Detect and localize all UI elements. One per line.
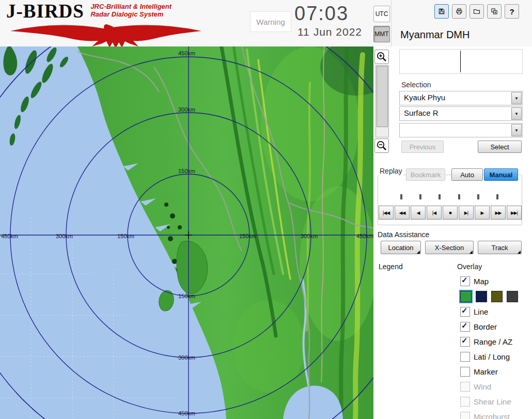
overlay-row-wind: ✓ Wind bbox=[460, 379, 530, 394]
overlay-list: ✓ Map ✓ Line ✓ Border ✓ bbox=[460, 274, 530, 419]
overlay-label-wind: Wind bbox=[474, 382, 491, 391]
zoom-in-button[interactable] bbox=[374, 50, 389, 64]
overlay-row-shear-line: ✓ Shear Line bbox=[460, 394, 530, 409]
open-file-button[interactable] bbox=[470, 4, 484, 19]
product-dropdown[interactable]: Surface R ▼ bbox=[399, 106, 523, 121]
fast-forward-button[interactable]: ▶▶ bbox=[491, 206, 506, 220]
range-label: 450km bbox=[1, 233, 18, 239]
mmt-button[interactable]: MMT bbox=[373, 26, 390, 42]
range-label: 450km bbox=[356, 233, 373, 239]
play-button[interactable]: ▶ bbox=[475, 206, 490, 220]
zoom-slider-thumb[interactable] bbox=[377, 66, 388, 127]
overlay-label-border: Border bbox=[474, 322, 497, 331]
overlay-label-microburst: Microburst bbox=[474, 412, 510, 419]
map-color-swatch-navy[interactable] bbox=[476, 291, 487, 302]
jump-to-start-button[interactable]: |◀◀ bbox=[379, 206, 394, 220]
submenu-corner-icon: ◢ bbox=[417, 250, 420, 254]
previous-button: Previous bbox=[401, 141, 444, 153]
fast-rewind-button[interactable]: ◀◀ bbox=[395, 206, 410, 220]
help-button[interactable]: ? bbox=[505, 4, 519, 19]
jbirds-app: J-BIRDS JRC-Brilliant & Intelligent Rada… bbox=[0, 0, 532, 419]
copy-add-button[interactable] bbox=[487, 4, 502, 19]
timeline-tick bbox=[439, 194, 441, 199]
print-button[interactable] bbox=[452, 4, 466, 19]
overlay-row-range-az: ✓ Range / AZ bbox=[460, 334, 530, 349]
marker-checkbox[interactable]: ✓ bbox=[460, 367, 470, 377]
shear-line-checkbox: ✓ bbox=[460, 397, 470, 407]
app-header: J-BIRDS JRC-Brilliant & Intelligent Rada… bbox=[0, 0, 532, 46]
question-mark-icon: ? bbox=[509, 7, 514, 16]
floppy-disk-icon bbox=[438, 7, 445, 16]
eagle-logo-icon bbox=[7, 21, 209, 46]
zoom-controls bbox=[374, 50, 390, 153]
step-forward-button[interactable]: ▶| bbox=[459, 206, 474, 220]
track-button[interactable]: Track ◢ bbox=[478, 241, 522, 254]
auto-mode-button[interactable]: Auto bbox=[451, 168, 483, 181]
map-color-swatch-olive[interactable] bbox=[491, 291, 503, 302]
station-dropdown[interactable]: Kyauk Phyu ▼ bbox=[399, 91, 523, 105]
overlay-row-marker: ✓ Marker bbox=[460, 364, 530, 379]
copy-plus-icon bbox=[491, 7, 498, 16]
timeline-tick bbox=[400, 194, 402, 199]
wind-checkbox: ✓ bbox=[460, 382, 470, 392]
bookmark-button: Bookmark bbox=[406, 168, 445, 181]
zoom-out-button[interactable] bbox=[374, 138, 389, 153]
selection-label: Selection bbox=[401, 81, 431, 89]
extra-dropdown[interactable]: ▼ bbox=[399, 123, 523, 137]
lati-long-checkbox[interactable]: ✓ bbox=[460, 352, 470, 362]
step-backward-button[interactable]: |◀ bbox=[427, 206, 442, 220]
warning-button[interactable]: Warning bbox=[250, 11, 291, 32]
range-az-checkbox[interactable]: ✓ bbox=[460, 337, 470, 347]
save-button[interactable] bbox=[434, 4, 449, 19]
message-box[interactable] bbox=[399, 49, 523, 74]
radar-map-display[interactable]: 450km 300km 150km 150km 300km 450km 450k… bbox=[0, 46, 373, 419]
utc-button[interactable]: UTC bbox=[373, 6, 390, 22]
product-value: Surface R bbox=[404, 107, 439, 119]
range-label: 150km bbox=[117, 233, 134, 239]
timeline-tick bbox=[477, 194, 479, 199]
main-area: 450km 300km 150km 150km 300km 450km 450k… bbox=[0, 46, 532, 419]
chevron-down-icon[interactable]: ▼ bbox=[511, 124, 522, 136]
overlay-row-lati-long: ✓ Lati / Long bbox=[460, 349, 530, 364]
magnifier-plus-icon bbox=[376, 51, 387, 63]
check-icon: ✓ bbox=[461, 336, 468, 345]
play-backward-button[interactable]: ◀ bbox=[411, 206, 426, 220]
range-label: 150km bbox=[239, 233, 256, 239]
chevron-down-icon[interactable]: ▼ bbox=[511, 107, 522, 120]
map-color-swatch-gray[interactable] bbox=[507, 291, 518, 302]
check-icon: ✓ bbox=[461, 321, 468, 330]
logo-title: J-BIRDS bbox=[6, 1, 84, 22]
range-label: 300km bbox=[178, 354, 195, 361]
logo-subtitle-line2: Radar Dialogic System bbox=[90, 10, 171, 18]
select-button[interactable]: Select bbox=[478, 141, 522, 153]
range-label: 450km bbox=[178, 410, 195, 416]
replay-media-controls: |◀◀ ◀◀ ◀ |◀ ■ ▶| ▶ ▶▶ ▶▶| bbox=[379, 206, 522, 220]
zoom-slider-track[interactable] bbox=[375, 65, 389, 137]
timezone-toggle: UTC MMT bbox=[373, 6, 390, 42]
chevron-down-icon[interactable]: ▼ bbox=[511, 92, 522, 104]
overlay-row-border: ✓ Border bbox=[460, 319, 530, 334]
submenu-corner-icon: ◢ bbox=[518, 250, 521, 254]
track-button-label: Track bbox=[491, 244, 508, 252]
range-label: 150km bbox=[178, 293, 195, 299]
range-label: 300km bbox=[178, 106, 195, 113]
x-section-button[interactable]: X-Section ◢ bbox=[425, 241, 474, 254]
overlay-row-map: ✓ Map bbox=[460, 274, 530, 289]
overlay-row-line: ✓ Line bbox=[460, 304, 530, 319]
stop-button[interactable]: ■ bbox=[443, 206, 458, 220]
overlay-label-marker: Marker bbox=[474, 367, 498, 376]
map-color-swatch-green[interactable] bbox=[460, 291, 472, 302]
overlay-label-shear-line: Shear Line bbox=[474, 397, 511, 406]
line-checkbox[interactable]: ✓ bbox=[460, 307, 470, 317]
range-label: 450km bbox=[178, 50, 195, 56]
jump-to-end-button[interactable]: ▶▶| bbox=[507, 206, 522, 220]
location-button[interactable]: Location ◢ bbox=[381, 241, 421, 254]
map-style-swatches bbox=[460, 289, 530, 304]
map-checkbox[interactable]: ✓ bbox=[460, 276, 470, 286]
overlay-label: Overlay bbox=[457, 262, 482, 271]
folder-icon bbox=[473, 7, 480, 16]
clock-time: 07:03 bbox=[294, 2, 362, 25]
manual-mode-button[interactable]: Manual bbox=[484, 168, 518, 181]
border-checkbox[interactable]: ✓ bbox=[460, 322, 470, 332]
overlay-label-lati-long: Lati / Long bbox=[474, 352, 510, 361]
